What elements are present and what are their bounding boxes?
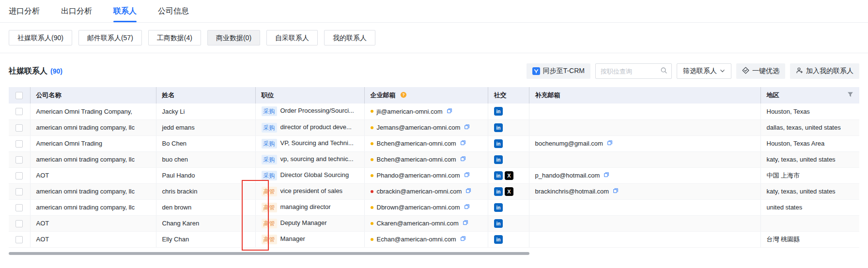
- svg-text:X: X: [507, 189, 511, 194]
- table-row: american omni trading company, llcchris …: [9, 183, 859, 199]
- copy-icon[interactable]: [612, 188, 619, 195]
- filter-button-2[interactable]: 工商数据(4): [148, 30, 201, 45]
- email-text[interactable]: Bchen@american-omni.com: [377, 156, 456, 163]
- row-checkbox[interactable]: [16, 204, 23, 211]
- position-tag: 采购: [262, 171, 277, 180]
- tab-1[interactable]: 出口分析: [61, 6, 92, 22]
- tab-2[interactable]: 联系人: [113, 6, 137, 22]
- linkedin-icon[interactable]: in: [494, 123, 503, 132]
- linkedin-icon[interactable]: in: [494, 107, 503, 116]
- copy-icon[interactable]: [606, 140, 613, 148]
- row-checkbox[interactable]: [16, 124, 23, 132]
- copy-icon[interactable]: [460, 156, 466, 164]
- help-icon[interactable]: ?: [400, 92, 407, 100]
- row-checkbox[interactable]: [16, 172, 23, 179]
- section-title-wrap: 社媒联系人(90): [9, 66, 62, 76]
- copy-icon[interactable]: [464, 124, 470, 132]
- one-click-optimize-button[interactable]: 一键优选: [736, 63, 785, 79]
- filter-button-3[interactable]: 商业数据(0): [207, 30, 260, 45]
- email-text[interactable]: Phando@american-omni.com: [377, 172, 460, 179]
- copy-icon[interactable]: [464, 204, 470, 211]
- position-cell: 采购vp, sourcing and technic...: [255, 151, 364, 167]
- tab-3[interactable]: 公司信息: [158, 6, 189, 22]
- position-tag: 高管: [262, 203, 277, 212]
- svg-text:X: X: [507, 173, 511, 179]
- position-cell: 采购director of product deve...: [255, 119, 364, 135]
- position-tag: 高管: [262, 235, 277, 244]
- row-checkbox[interactable]: [16, 236, 23, 243]
- linkedin-icon[interactable]: in: [494, 203, 503, 212]
- horizontal-scrollbar-thumb[interactable]: [9, 252, 529, 255]
- filter-button-4[interactable]: 自采联系人: [266, 30, 318, 45]
- email-text[interactable]: Echan@american-omni.com: [377, 236, 456, 243]
- extra-email-text[interactable]: bochenumg@gmail.com: [535, 140, 603, 147]
- position-cell: 采购VP, Sourcing and Techni...: [255, 135, 364, 151]
- search-icon[interactable]: [660, 67, 667, 76]
- sync-tcrm-button[interactable]: 同步至T-CRM: [527, 63, 590, 79]
- header-name: 姓名: [156, 87, 255, 104]
- x-icon[interactable]: X: [505, 187, 513, 196]
- extra-email-text[interactable]: brackinchris@hotmail.com: [535, 188, 609, 195]
- filter-button-1[interactable]: 邮件联系人(57): [78, 30, 142, 45]
- x-icon[interactable]: X: [505, 171, 513, 180]
- region-cell: 中国 上海市: [760, 167, 859, 183]
- email-text[interactable]: Jemans@american-omni.com: [377, 124, 461, 131]
- email-text[interactable]: cbrackin@american-omni.com: [377, 188, 462, 195]
- extra-email-text[interactable]: p_hando@hotmail.com: [535, 172, 600, 179]
- filter-contacts-dropdown[interactable]: 筛选联系人: [677, 63, 731, 79]
- header-checkbox-cell: [9, 87, 30, 104]
- extra-email-cell: [529, 104, 760, 119]
- copy-icon[interactable]: [460, 140, 466, 148]
- copy-icon[interactable]: [464, 172, 470, 179]
- linkedin-icon[interactable]: in: [494, 187, 503, 196]
- extra-email-cell: [529, 231, 760, 247]
- filter-button-0[interactable]: 社媒联系人(90): [9, 30, 72, 45]
- company-cell: american omni trading company, llc: [30, 151, 156, 167]
- position-tag: 采购: [262, 106, 277, 116]
- select-all-checkbox[interactable]: [16, 92, 23, 99]
- header-position: 职位: [255, 87, 364, 104]
- row-checkbox[interactable]: [16, 156, 23, 164]
- person-plus-icon: [796, 67, 803, 75]
- email-text[interactable]: Ckaren@american-omni.com: [377, 220, 459, 227]
- filter-funnel-icon[interactable]: [847, 91, 853, 99]
- contacts-table-wrap: 公司名称 姓名 职位 企业邮箱 ? 社交 补充邮箱 地区: [0, 87, 868, 248]
- copy-icon[interactable]: [465, 188, 472, 195]
- position-text: vice president of sales: [280, 187, 343, 194]
- copy-icon[interactable]: [462, 220, 469, 227]
- section-header: 社媒联系人(90) 同步至T-CRM 筛选联系人: [0, 63, 868, 79]
- contact-source-filters: 社媒联系人(90)邮件联系人(57)工商数据(4)商业数据(0)自采联系人我的联…: [0, 23, 868, 53]
- email-text[interactable]: jli@american-omni.com: [377, 108, 443, 115]
- email-status-dot: [371, 222, 373, 225]
- email-text[interactable]: Bchen@american-omni.com: [377, 140, 456, 147]
- search-input[interactable]: [601, 68, 660, 75]
- linkedin-icon[interactable]: in: [494, 219, 503, 228]
- tab-0[interactable]: 进口分析: [9, 6, 40, 22]
- copy-icon[interactable]: [460, 236, 466, 243]
- social-cell: in: [488, 135, 529, 151]
- row-checkbox[interactable]: [16, 108, 23, 115]
- copy-icon[interactable]: [603, 172, 610, 179]
- row-checkbox-cell: [9, 231, 30, 247]
- add-to-my-contacts-label: 加入我的联系人: [806, 67, 853, 75]
- chevron-down-icon: [720, 67, 725, 75]
- row-checkbox[interactable]: [16, 220, 23, 227]
- email-cell: Bchen@american-omni.com: [364, 151, 488, 167]
- region-cell: Houston, Texas Area: [760, 135, 859, 151]
- position-text: Deputy Manager: [280, 219, 327, 226]
- position-text: VP, Sourcing and Techni...: [280, 139, 354, 147]
- filter-button-5[interactable]: 我的联系人: [324, 30, 375, 45]
- row-checkbox[interactable]: [16, 188, 23, 195]
- email-text[interactable]: Dbrown@american-omni.com: [377, 204, 460, 211]
- add-to-my-contacts-button[interactable]: 加入我的联系人: [790, 63, 859, 79]
- linkedin-icon[interactable]: in: [494, 235, 503, 244]
- linkedin-icon[interactable]: in: [494, 139, 503, 148]
- linkedin-icon[interactable]: in: [494, 171, 503, 180]
- copy-icon[interactable]: [446, 108, 453, 116]
- position-tag: 高管: [262, 187, 277, 196]
- position-tag: 采购: [262, 139, 277, 149]
- linkedin-icon[interactable]: in: [494, 155, 503, 164]
- company-cell: american omni trading company, llc: [30, 119, 156, 135]
- row-checkbox[interactable]: [16, 140, 23, 148]
- toolbar: 同步至T-CRM 筛选联系人 一键优选: [527, 63, 859, 79]
